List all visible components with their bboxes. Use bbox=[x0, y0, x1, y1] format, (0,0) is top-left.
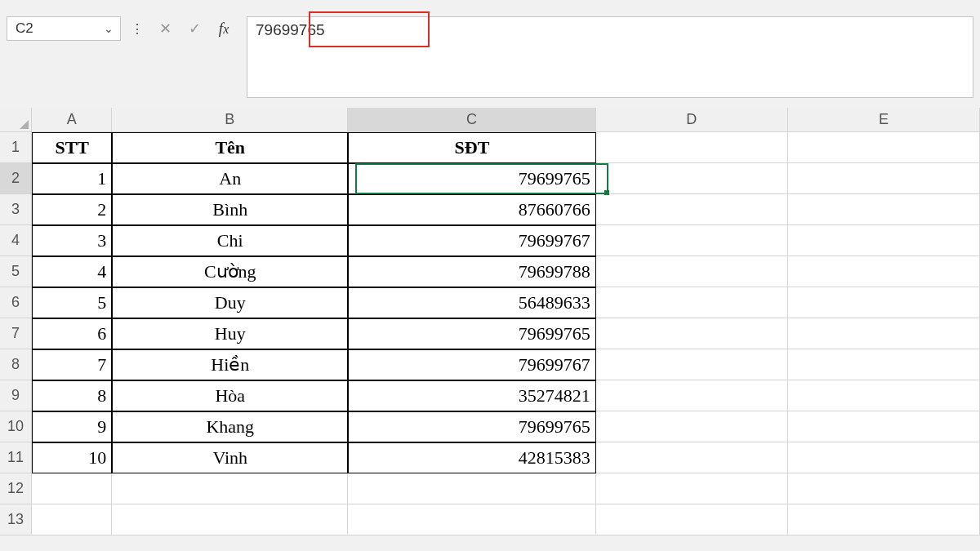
cell[interactable] bbox=[32, 473, 112, 504]
col-header-C[interactable]: C bbox=[348, 108, 596, 132]
cell[interactable]: 42815383 bbox=[348, 442, 596, 473]
cell[interactable]: 2 bbox=[32, 194, 112, 225]
cell[interactable]: 7 bbox=[32, 349, 112, 380]
row-header[interactable]: 9 bbox=[0, 380, 32, 411]
cell[interactable] bbox=[32, 504, 112, 535]
cell[interactable]: 1 bbox=[32, 163, 112, 194]
row-header[interactable]: 3 bbox=[0, 194, 32, 225]
cell[interactable] bbox=[788, 256, 980, 287]
cell[interactable]: Bình bbox=[112, 194, 348, 225]
cell[interactable] bbox=[596, 349, 788, 380]
row-header[interactable]: 1 bbox=[0, 132, 32, 163]
row-header[interactable]: 8 bbox=[0, 349, 32, 380]
row-6: 6 5 Duy 56489633 bbox=[0, 287, 980, 318]
cell[interactable] bbox=[788, 349, 980, 380]
cell[interactable] bbox=[596, 287, 788, 318]
cell[interactable]: 8 bbox=[32, 380, 112, 411]
fx-icon[interactable]: fx bbox=[212, 16, 235, 41]
row-2: 2 1 An 79699765 bbox=[0, 163, 980, 194]
cell[interactable] bbox=[788, 194, 980, 225]
cell[interactable] bbox=[112, 504, 348, 535]
name-box-value: C2 bbox=[16, 20, 33, 37]
cell[interactable] bbox=[596, 411, 788, 442]
row-header[interactable]: 5 bbox=[0, 256, 32, 287]
cell[interactable]: Cường bbox=[112, 256, 348, 287]
cell[interactable] bbox=[112, 473, 348, 504]
cell[interactable] bbox=[596, 256, 788, 287]
cancel-icon[interactable]: ✕ bbox=[154, 16, 176, 41]
col-header-D[interactable]: D bbox=[596, 108, 788, 132]
cell[interactable]: Chi bbox=[112, 225, 348, 256]
formula-bar: C2 ⌄ ⋮ ✕ ✓ fx 79699765 bbox=[0, 0, 980, 108]
cell[interactable]: Hòa bbox=[112, 380, 348, 411]
cell[interactable] bbox=[596, 132, 788, 163]
cell[interactable]: Duy bbox=[112, 287, 348, 318]
cell[interactable]: Hiền bbox=[112, 349, 348, 380]
cell[interactable]: 87660766 bbox=[348, 194, 596, 225]
cell[interactable]: 79699767 bbox=[348, 225, 596, 256]
cell[interactable] bbox=[788, 318, 980, 349]
cell[interactable] bbox=[596, 194, 788, 225]
cell[interactable]: Tên bbox=[112, 132, 348, 163]
cell[interactable] bbox=[788, 411, 980, 442]
formula-input[interactable]: 79699765 bbox=[247, 16, 973, 98]
select-all-corner[interactable] bbox=[0, 108, 32, 132]
row-header[interactable]: 2 bbox=[0, 163, 32, 194]
row-header[interactable]: 13 bbox=[0, 504, 32, 535]
cell[interactable] bbox=[596, 163, 788, 194]
cell[interactable] bbox=[348, 473, 596, 504]
cell[interactable]: 35274821 bbox=[348, 380, 596, 411]
cell[interactable] bbox=[596, 318, 788, 349]
cell[interactable] bbox=[596, 380, 788, 411]
row-header[interactable]: 12 bbox=[0, 473, 32, 504]
row-12: 12 bbox=[0, 473, 980, 504]
cell[interactable]: 10 bbox=[32, 442, 112, 473]
row-7: 7 6 Huy 79699765 bbox=[0, 318, 980, 349]
enter-icon[interactable]: ✓ bbox=[183, 16, 206, 41]
cell[interactable]: Khang bbox=[112, 411, 348, 442]
row-header[interactable]: 6 bbox=[0, 287, 32, 318]
cell[interactable] bbox=[788, 380, 980, 411]
spreadsheet-grid[interactable]: A B C D E 1 STT Tên SĐT 2 1 An 79699765 … bbox=[0, 108, 980, 535]
chevron-down-icon[interactable]: ⌄ bbox=[104, 22, 114, 35]
cell[interactable] bbox=[596, 504, 788, 535]
cell[interactable] bbox=[788, 225, 980, 256]
cell[interactable] bbox=[788, 132, 980, 163]
cell[interactable]: 3 bbox=[32, 225, 112, 256]
row-8: 8 7 Hiền 79699767 bbox=[0, 349, 980, 380]
cell[interactable] bbox=[788, 442, 980, 473]
cell[interactable]: 79699788 bbox=[348, 256, 596, 287]
cell[interactable]: Huy bbox=[112, 318, 348, 349]
cell[interactable]: Vinh bbox=[112, 442, 348, 473]
cell[interactable] bbox=[788, 163, 980, 194]
name-box[interactable]: C2 ⌄ bbox=[7, 16, 121, 41]
cell[interactable]: 6 bbox=[32, 318, 112, 349]
cell[interactable] bbox=[596, 442, 788, 473]
cell[interactable] bbox=[596, 225, 788, 256]
col-header-B[interactable]: B bbox=[112, 108, 348, 132]
row-5: 5 4 Cường 79699788 bbox=[0, 256, 980, 287]
col-header-E[interactable]: E bbox=[788, 108, 980, 132]
row-header[interactable]: 4 bbox=[0, 225, 32, 256]
row-header[interactable]: 7 bbox=[0, 318, 32, 349]
cell[interactable]: 9 bbox=[32, 411, 112, 442]
cell[interactable]: STT bbox=[32, 132, 112, 163]
row-header[interactable]: 10 bbox=[0, 411, 32, 442]
cell[interactable] bbox=[788, 287, 980, 318]
cell[interactable]: SĐT bbox=[348, 132, 596, 163]
cell[interactable]: An bbox=[112, 163, 348, 194]
cell[interactable]: 79699765 bbox=[348, 411, 596, 442]
cell[interactable]: 79699767 bbox=[348, 349, 596, 380]
col-header-A[interactable]: A bbox=[32, 108, 112, 132]
row-3: 3 2 Bình 87660766 bbox=[0, 194, 980, 225]
cell[interactable] bbox=[788, 504, 980, 535]
cell[interactable]: 56489633 bbox=[348, 287, 596, 318]
cell[interactable]: 4 bbox=[32, 256, 112, 287]
cell-C2[interactable]: 79699765 bbox=[348, 163, 596, 194]
cell[interactable]: 79699765 bbox=[348, 318, 596, 349]
cell[interactable] bbox=[596, 473, 788, 504]
cell[interactable] bbox=[348, 504, 596, 535]
cell[interactable]: 5 bbox=[32, 287, 112, 318]
cell[interactable] bbox=[788, 473, 980, 504]
row-header[interactable]: 11 bbox=[0, 442, 32, 473]
